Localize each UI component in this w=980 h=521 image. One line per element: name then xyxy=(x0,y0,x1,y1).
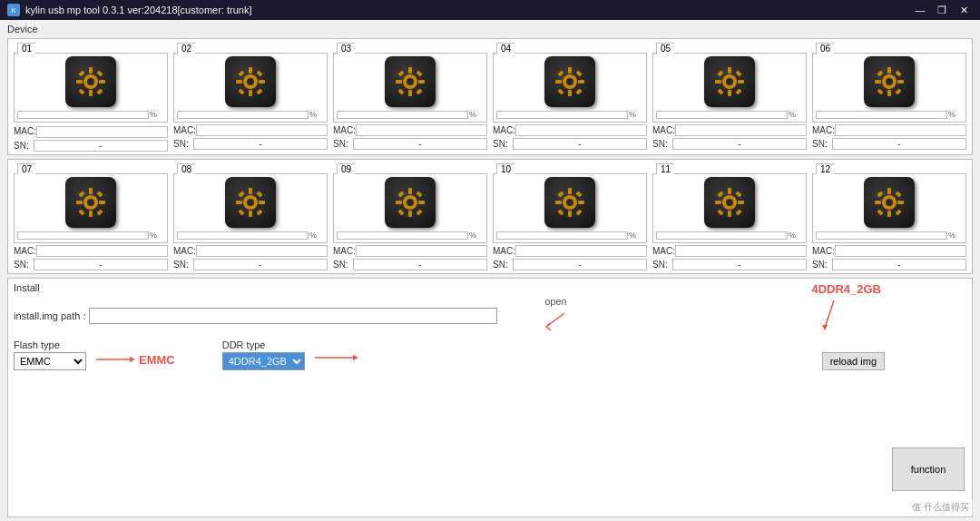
svg-rect-53 xyxy=(887,90,891,96)
mac-label-01: MAC: xyxy=(14,126,36,136)
progress-row-07: % xyxy=(17,231,164,240)
svg-rect-62 xyxy=(89,188,93,194)
svg-rect-99 xyxy=(575,209,582,215)
reload-img-button[interactable]: reload img xyxy=(822,352,885,370)
svg-point-71 xyxy=(247,199,254,206)
mac-row-12: MAC: xyxy=(812,245,966,257)
slot-num-06: 06 xyxy=(816,43,834,54)
svg-rect-8 xyxy=(78,88,84,94)
svg-rect-83 xyxy=(408,211,412,217)
install-section: Install install.img path : open 4DDR4_2G… xyxy=(7,278,973,517)
minimize-button[interactable]: — xyxy=(911,4,929,16)
mac-row-10: MAC: xyxy=(493,245,647,257)
install-img-path-input[interactable] xyxy=(89,308,497,324)
sn-field-07: - xyxy=(34,259,168,270)
mac-sn-09: MAC: SN: - xyxy=(333,245,487,270)
svg-rect-33 xyxy=(568,90,572,96)
progress-bar-04 xyxy=(496,111,628,119)
device-icon-10 xyxy=(544,177,595,228)
mac-sn-08: MAC: SN: - xyxy=(173,245,328,270)
device-slot-11: 11 xyxy=(652,163,807,270)
install-img-path-label: install.img path : xyxy=(14,310,85,321)
slot-box-07: % xyxy=(14,173,168,243)
device-row2-panel: 07 xyxy=(7,159,973,274)
sn-row-12: SN: - xyxy=(812,259,966,270)
mac-field-05[interactable] xyxy=(675,124,807,136)
slot-box-01: % xyxy=(14,53,168,123)
slot-num-10: 10 xyxy=(496,163,514,174)
slot-box-04: % xyxy=(493,53,647,123)
mac-field-10[interactable] xyxy=(515,245,647,257)
flash-type-select[interactable]: EMMC NAND xyxy=(14,352,86,370)
svg-rect-67 xyxy=(96,191,103,197)
svg-rect-98 xyxy=(557,209,564,215)
ddr-type-select[interactable]: 4DDR4_2GB 4DDR4_4GB xyxy=(222,352,305,370)
mac-field-11[interactable] xyxy=(675,245,807,257)
device-slot-09: 09 xyxy=(333,163,487,270)
progress-bar-08 xyxy=(177,231,309,240)
close-button[interactable]: ✕ xyxy=(955,4,973,16)
mac-sn-06: MAC: SN: - xyxy=(812,124,966,150)
function-button[interactable]: function xyxy=(892,447,965,491)
mac-sn-10: MAC: SN: - xyxy=(493,245,647,270)
svg-rect-34 xyxy=(555,80,562,84)
svg-point-41 xyxy=(726,78,733,85)
open-arrow-annotation xyxy=(537,309,573,336)
mac-field-06[interactable] xyxy=(835,124,966,136)
mac-field-09[interactable] xyxy=(356,245,487,257)
sn-label-06: SN: xyxy=(812,139,832,149)
svg-rect-54 xyxy=(875,80,881,84)
device-slot-05: 05 xyxy=(652,43,807,152)
percent-05: % xyxy=(789,110,803,119)
mac-field-04[interactable] xyxy=(515,124,647,136)
svg-rect-92 xyxy=(568,188,572,194)
slot-num-08: 08 xyxy=(177,163,195,174)
sn-label-04: SN: xyxy=(493,139,513,149)
progress-row-03: % xyxy=(337,110,484,119)
svg-rect-7 xyxy=(96,70,103,76)
device-icon-03 xyxy=(385,56,436,107)
restore-button[interactable]: ❐ xyxy=(933,4,951,16)
mac-row-03: MAC: xyxy=(333,124,487,136)
sn-field-05: - xyxy=(672,138,807,150)
mac-label-05: MAC: xyxy=(652,125,675,135)
svg-rect-109 xyxy=(735,209,741,215)
titlebar-controls: — ❐ ✕ xyxy=(911,4,973,16)
mac-field-07[interactable] xyxy=(36,245,168,257)
mac-field-01[interactable] xyxy=(36,126,168,138)
mac-field-12[interactable] xyxy=(835,245,966,257)
svg-rect-12 xyxy=(249,67,252,74)
mac-field-08[interactable] xyxy=(196,245,328,257)
svg-rect-113 xyxy=(887,211,891,217)
slot-box-02: % xyxy=(173,53,328,123)
mac-field-03[interactable] xyxy=(356,124,487,136)
svg-marker-122 xyxy=(353,355,358,360)
progress-bar-11 xyxy=(656,231,788,240)
progress-bar-03 xyxy=(337,111,468,119)
flash-type-select-wrapper: EMMC NAND xyxy=(14,352,86,370)
progress-row-11: % xyxy=(656,231,803,240)
svg-rect-58 xyxy=(877,88,883,94)
svg-rect-64 xyxy=(76,201,83,204)
progress-row-02: % xyxy=(177,110,324,119)
svg-rect-75 xyxy=(259,201,265,204)
ddr-annotation-area: 4DDR4_2GB xyxy=(811,282,881,332)
sn-field-10: - xyxy=(513,259,647,270)
open-label: open xyxy=(544,296,566,307)
sn-field-03: - xyxy=(353,138,487,150)
sn-label-05: SN: xyxy=(652,139,672,149)
svg-point-81 xyxy=(407,199,414,206)
device-slot-07: 07 xyxy=(14,163,168,270)
sn-field-01: - xyxy=(34,140,168,152)
slot-box-03: % xyxy=(333,53,487,123)
svg-rect-68 xyxy=(78,209,84,215)
svg-rect-52 xyxy=(887,67,891,74)
svg-rect-22 xyxy=(408,67,412,74)
sn-label-07: SN: xyxy=(14,260,34,270)
flash-type-group: Flash type EMMC NAND xyxy=(14,339,86,370)
svg-rect-59 xyxy=(895,88,901,94)
mac-field-02[interactable] xyxy=(196,124,328,136)
slot-num-12: 12 xyxy=(816,163,834,174)
sn-row-01: SN: - xyxy=(14,140,168,152)
progress-bar-06 xyxy=(816,111,947,119)
